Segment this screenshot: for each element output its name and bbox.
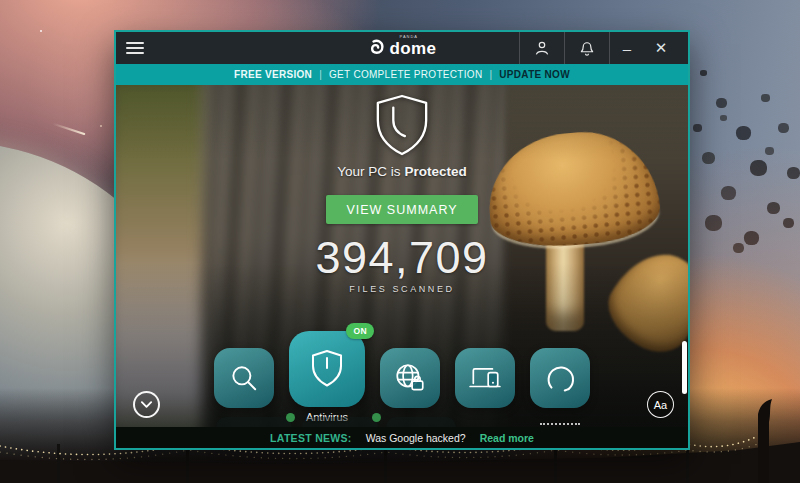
headset-icon [543,361,577,395]
user-icon [533,39,551,57]
desktop-wallpaper: PANDAdome – ✕ [0,0,800,483]
devices-icon [468,361,502,395]
chevron-down-icon [140,400,153,409]
scroll-down-button[interactable] [133,391,160,418]
hidden-tile-top [216,417,292,427]
on-dot [286,413,295,422]
news-headline: Was Google hacked? [366,432,466,444]
minimize-button[interactable]: – [610,40,644,57]
titlebar: PANDAdome – ✕ [116,32,688,64]
view-summary-button[interactable]: VIEW SUMMARY [326,195,478,224]
globe-lock-icon [393,361,427,395]
tile-antivirus[interactable]: ON [289,331,365,407]
panda-swirl-icon [368,39,385,56]
magnifier-icon [228,362,260,394]
banner-separator: | [489,69,492,80]
bell-icon [578,39,596,57]
window-controls: – ✕ [610,32,678,64]
next-row-tile-hints [116,413,688,427]
latest-news-label: LATEST NEWS: [270,432,352,444]
scrollbar-thumb[interactable] [682,341,687,394]
text-size-button[interactable]: Aa [647,391,674,418]
tile-my-devices[interactable] [455,348,515,408]
titlebar-actions: – ✕ [519,32,678,64]
shield-icon [373,93,431,157]
app-logo: PANDAdome [368,39,437,57]
upgrade-banner[interactable]: FREE VERSION | GET COMPLETE PROTECTION |… [116,64,688,85]
tile-antivirus-wrap: ON Antivirus [289,331,365,423]
tile-web-protection[interactable] [380,348,440,408]
close-button[interactable]: ✕ [644,39,678,57]
on-badge: ON [346,323,374,339]
status-prefix: Your PC is [337,164,404,179]
hidden-tile-top [302,417,378,427]
protection-status-panel: Your PC is Protected VIEW SUMMARY 394,70… [116,85,688,294]
app-title: PANDAdome [390,40,437,57]
tile-support[interactable] [530,348,590,408]
banner-free-version: FREE VERSION [234,69,312,80]
shield-power-icon [307,348,347,390]
banner-promo-text: GET COMPLETE PROTECTION [329,69,482,80]
banner-separator: | [319,69,322,80]
brand-micro-text: PANDA [400,35,418,39]
on-dot [372,413,381,422]
latest-news-bar: LATEST NEWS: Was Google hacked? Read mor… [116,427,688,448]
read-more-link[interactable]: Read more [480,432,534,444]
account-button[interactable] [520,32,564,64]
main-content: Your PC is Protected VIEW SUMMARY 394,70… [116,85,688,427]
hidden-tile-dashed-top [540,423,580,425]
panda-dome-window: PANDAdome – ✕ [114,30,690,450]
menu-hamburger-icon[interactable] [126,42,144,54]
tile-scan[interactable] [214,348,274,408]
status-state: Protected [404,164,466,179]
status-text: Your PC is Protected [337,164,466,179]
hidden-tile-top [386,417,456,427]
files-scanned-count: 394,709 [315,233,488,283]
notifications-button[interactable] [565,32,609,64]
feature-tile-row: ON Antivirus [214,331,590,423]
files-scanned-label: FILES SCANNED [349,284,454,294]
update-now-link[interactable]: UPDATE NOW [499,69,570,80]
